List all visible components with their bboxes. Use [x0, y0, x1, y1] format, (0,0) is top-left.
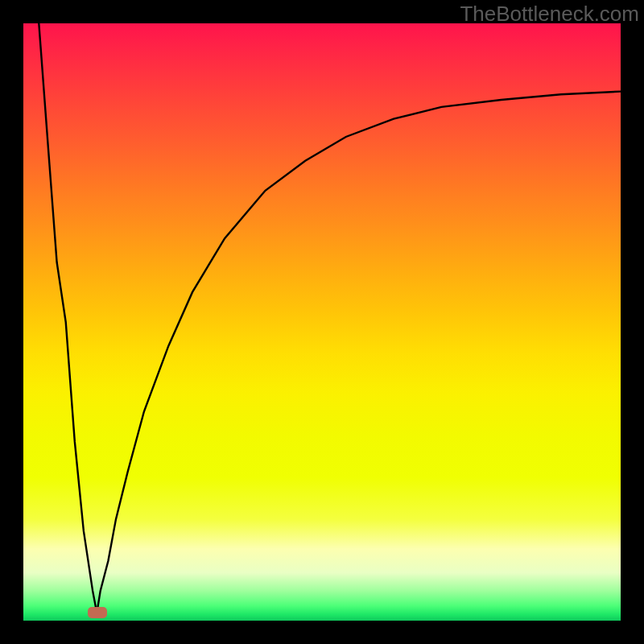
optimal-point-marker [88, 607, 107, 618]
watermark-text: TheBottleneck.com [460, 2, 639, 27]
bottleneck-curve [23, 23, 621, 621]
chart-container: TheBottleneck.com [0, 0, 644, 644]
